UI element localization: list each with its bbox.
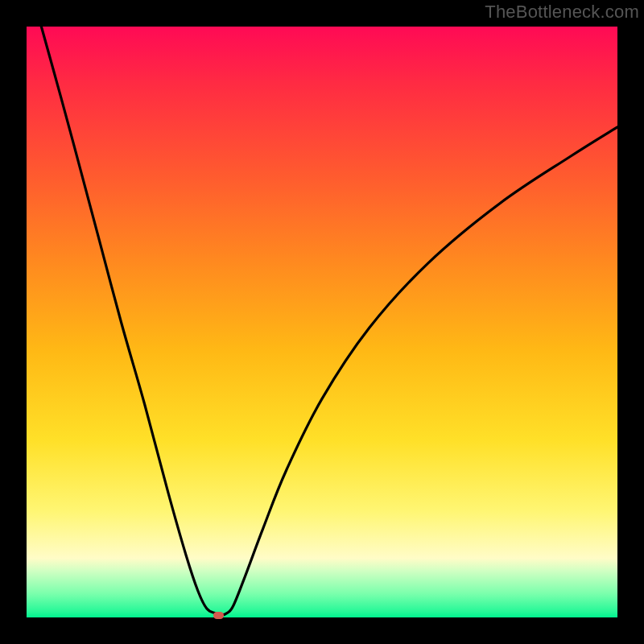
watermark-text: TheBottleneck.com <box>485 2 639 23</box>
min-marker <box>213 612 224 619</box>
curve-svg <box>27 27 617 617</box>
chart-frame: TheBottleneck.com <box>0 0 644 644</box>
plot-area <box>27 27 617 617</box>
bottleneck-curve <box>41 27 617 615</box>
